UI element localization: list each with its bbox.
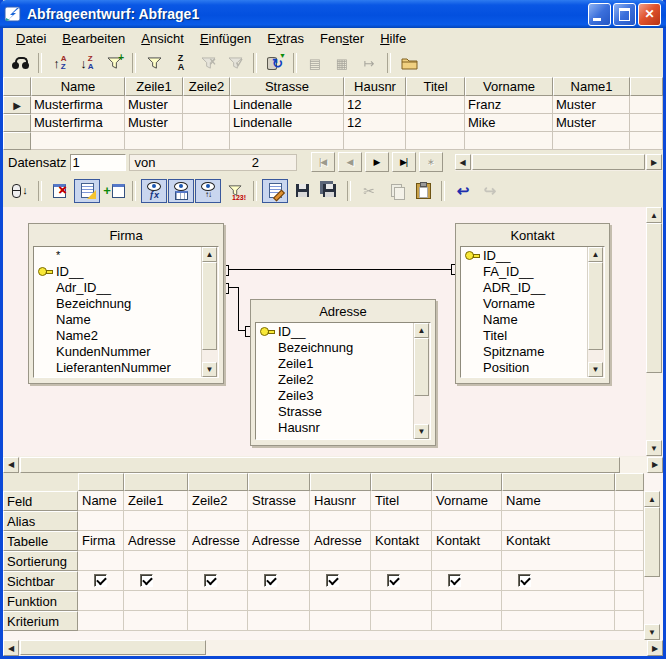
field-row[interactable]: Zeile3 (256, 387, 413, 403)
scroll-track[interactable] (19, 640, 647, 656)
field-list-scrollbar[interactable]: ▲ ▼ (587, 247, 604, 377)
sichtbar-checkbox[interactable] (94, 574, 107, 587)
column-header-titel[interactable]: Titel (406, 77, 465, 96)
edit-form-button[interactable]: ▤ (302, 51, 328, 75)
properties-button[interactable] (262, 179, 288, 203)
qg-column-header[interactable] (371, 473, 432, 491)
redo-button[interactable]: ↪ (477, 179, 503, 203)
table-title[interactable]: Kontakt (456, 224, 609, 246)
sichtbar-checkbox[interactable] (448, 574, 461, 587)
open-folder-button[interactable] (396, 51, 422, 75)
scroll-left-icon[interactable]: ◀ (455, 154, 471, 170)
qg-cell[interactable] (432, 611, 502, 631)
undo-button[interactable]: ↩ (450, 179, 476, 203)
menu-fenster[interactable]: Fenster (312, 29, 372, 48)
qg-cell[interactable] (502, 591, 615, 611)
filter-button[interactable] (141, 51, 167, 75)
scroll-thumb[interactable] (472, 154, 645, 170)
sort-ascending-button[interactable]: ↑AZ (47, 51, 73, 75)
qg-cell[interactable]: Adresse (188, 531, 248, 551)
row-selector-current[interactable]: ▶ (3, 96, 31, 114)
qg-cell[interactable] (502, 611, 615, 631)
qg-cell[interactable] (188, 551, 248, 571)
query-grid-vscrollbar[interactable]: ▲ ▼ (644, 473, 663, 640)
qg-cell[interactable] (371, 611, 432, 631)
column-header-zeile1[interactable]: Zeile1 (125, 77, 183, 96)
menu-extras[interactable]: Extras (259, 29, 312, 48)
qg-cell[interactable] (432, 591, 502, 611)
grid-cell[interactable]: Musterfirma (31, 96, 125, 114)
designer-area[interactable]: Firma * ID__ Adr_ID__ Bezeichnung Name N… (3, 207, 646, 456)
scroll-up-icon[interactable]: ▲ (202, 247, 217, 262)
field-row[interactable]: LieferantenNummer (34, 359, 201, 375)
group-values-button[interactable]: 123! (222, 179, 248, 203)
qg-cell[interactable] (310, 551, 371, 571)
grid-cell[interactable] (406, 96, 465, 114)
field-row[interactable]: Name (461, 311, 587, 327)
save-all-button[interactable] (316, 179, 342, 203)
maximize-button[interactable] (613, 3, 636, 26)
qg-column-header[interactable] (432, 473, 502, 491)
join-line-firma-adresse[interactable] (238, 287, 239, 330)
field-row[interactable]: Name2 (34, 327, 201, 343)
scroll-left-icon[interactable]: ◀ (3, 640, 19, 656)
field-list-scrollbar[interactable]: ▲ ▼ (413, 323, 430, 439)
sort-descending-button[interactable]: ↓ZA (74, 51, 100, 75)
scroll-thumb[interactable] (202, 262, 217, 350)
qg-cell[interactable] (248, 611, 310, 631)
copy-button[interactable] (383, 179, 409, 203)
grid-cell[interactable]: Franz (465, 96, 553, 114)
qg-cell[interactable]: Strasse (248, 491, 310, 511)
table-title[interactable]: Firma (29, 224, 223, 246)
menu-hilfe[interactable]: Hilfe (372, 29, 414, 48)
qg-cell[interactable]: Adresse (248, 531, 310, 551)
grid-cell[interactable]: Muster (553, 96, 630, 114)
delete-query-button[interactable]: ✕ (47, 179, 73, 203)
scroll-right-icon[interactable]: ▶ (647, 640, 663, 656)
grid-cell[interactable]: Lindenalle (230, 114, 344, 132)
sort-dialog-button[interactable]: ZA (168, 51, 194, 75)
qg-cell[interactable] (78, 511, 124, 531)
qg-cell[interactable] (432, 511, 502, 531)
sichtbar-checkbox[interactable] (204, 574, 217, 587)
sichtbar-checkbox[interactable] (140, 574, 153, 587)
field-row[interactable]: Bezeichnung (256, 339, 413, 355)
qg-cell[interactable] (124, 611, 188, 631)
scroll-track[interactable] (19, 457, 647, 473)
sichtbar-checkbox[interactable] (387, 574, 400, 587)
qg-cell[interactable] (371, 551, 432, 571)
qg-cell[interactable]: Kontakt (432, 531, 502, 551)
minimize-button[interactable] (588, 3, 611, 26)
field-row[interactable]: Spitzname (461, 343, 587, 359)
qg-cell[interactable]: Titel (371, 491, 432, 511)
qg-column-header[interactable] (310, 473, 371, 491)
prev-record-button[interactable]: ◀ (338, 152, 362, 172)
find-button[interactable] (7, 51, 33, 75)
column-header-vorname[interactable]: Vorname (465, 77, 553, 96)
scroll-right-icon[interactable]: ▶ (646, 154, 662, 170)
scroll-down-icon[interactable]: ▼ (646, 440, 662, 456)
qg-column-header[interactable] (502, 473, 615, 491)
qg-cell[interactable] (432, 551, 502, 571)
post-data-button[interactable]: ↓ (7, 179, 33, 203)
grid-cell[interactable] (183, 114, 230, 132)
qg-cell[interactable]: Hausnr (310, 491, 371, 511)
next-record-button[interactable]: ▶ (365, 152, 389, 172)
menu-bearbeiten[interactable]: Bearbeiten (54, 29, 133, 48)
qg-cell[interactable]: Firma (78, 531, 124, 551)
table-box-kontakt[interactable]: Kontakt ID__ FA_ID__ ADR_ID__ Vorname Na… (455, 223, 610, 384)
scroll-down-icon[interactable]: ▼ (414, 424, 429, 439)
qg-cell[interactable] (310, 591, 371, 611)
qg-cell[interactable] (248, 591, 310, 611)
menu-einfuegen[interactable]: Einfügen (192, 29, 259, 48)
menu-datei[interactable]: Datei (8, 29, 54, 48)
scroll-down-icon[interactable]: ▼ (644, 624, 660, 640)
field-row[interactable]: ADR_ID__ (461, 279, 587, 295)
field-row[interactable]: Adr_ID__ (34, 279, 201, 295)
qg-cell[interactable] (188, 611, 248, 631)
qg-cell[interactable]: Kontakt (371, 531, 432, 551)
sichtbar-checkbox[interactable] (518, 574, 531, 587)
show-sorting-button[interactable]: ↑↓ (195, 179, 221, 203)
qg-cell[interactable] (188, 591, 248, 611)
field-row[interactable]: Vorname (461, 295, 587, 311)
